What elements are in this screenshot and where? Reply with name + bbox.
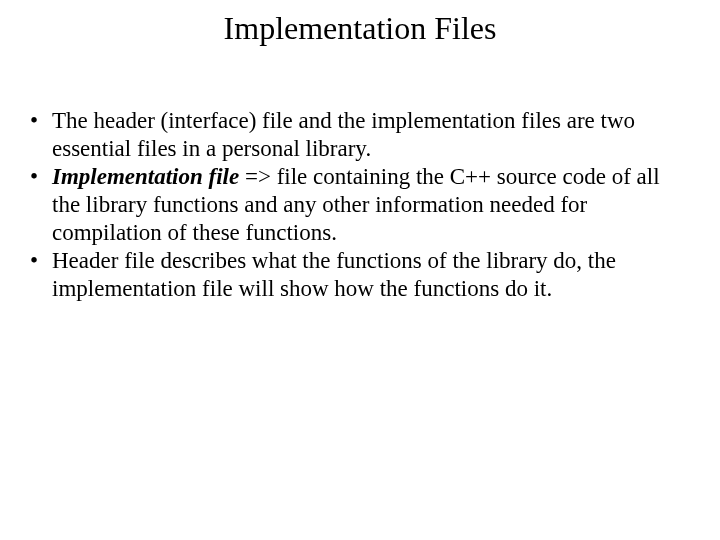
slide-title: Implementation Files — [0, 10, 720, 47]
bullet-text: Header file describes what the functions… — [52, 248, 616, 301]
slide-body: The header (interface) file and the impl… — [0, 107, 720, 303]
bullet-list: The header (interface) file and the impl… — [30, 107, 690, 303]
list-item: Implementation file => file containing t… — [30, 163, 690, 247]
list-item: Header file describes what the functions… — [30, 247, 690, 303]
slide: Implementation Files The header (interfa… — [0, 0, 720, 540]
bullet-text: The header (interface) file and the impl… — [52, 108, 635, 161]
list-item: The header (interface) file and the impl… — [30, 107, 690, 163]
bullet-emph: Implementation file — [52, 164, 239, 189]
